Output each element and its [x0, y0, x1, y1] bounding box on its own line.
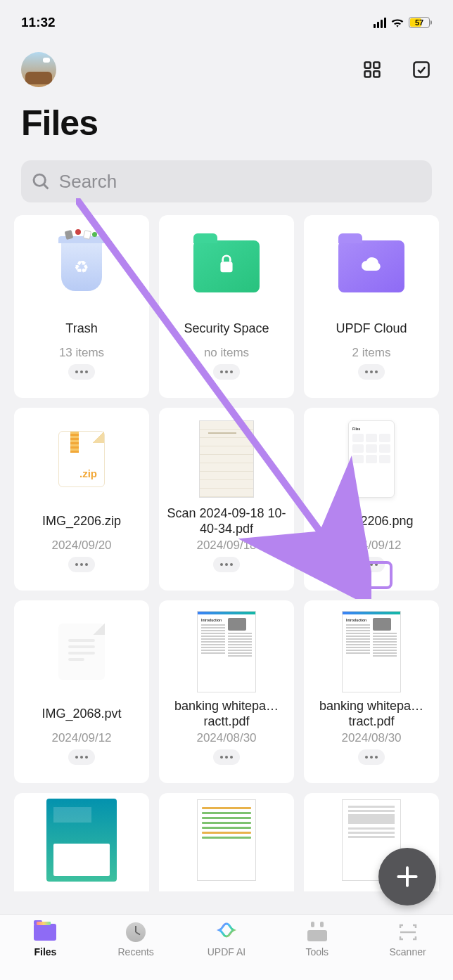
file-meta: 2024/09/12	[341, 539, 401, 553]
pdf-thumbnail: Introduction	[308, 610, 435, 693]
svg-line-6	[44, 185, 49, 189]
status-time: 11:32	[21, 15, 56, 30]
search-icon	[31, 171, 51, 192]
status-indicators: 57	[374, 17, 432, 28]
file-meta: 2024/08/30	[341, 731, 401, 745]
page-title: Files	[21, 103, 432, 143]
file-meta: 2024/09/20	[51, 539, 111, 553]
clock-icon	[124, 922, 148, 943]
file-icon	[18, 610, 145, 693]
pdf-thumbnail: Introduction	[163, 610, 290, 693]
header: Files	[0, 39, 453, 149]
svg-rect-7	[220, 262, 232, 272]
svg-rect-4	[414, 63, 429, 77]
svg-rect-2	[365, 71, 371, 77]
file-img-2068-pvt[interactable]: IMG_2068.pvt 2024/09/12	[14, 600, 149, 783]
file-meta: 13 items	[59, 346, 104, 360]
file-name: Scan 2024-09-18 10-40-34.pdf	[163, 505, 290, 537]
add-button[interactable]	[378, 848, 436, 905]
file-banking-whitepaper-2[interactable]: Introduction banking whitepa…tract.pdf 2…	[304, 600, 439, 783]
more-button[interactable]	[213, 557, 240, 572]
search-input[interactable]	[59, 171, 422, 193]
more-button[interactable]	[68, 557, 95, 572]
pdf-thumbnail	[163, 799, 290, 882]
file-name: Security Space	[181, 312, 272, 344]
search-bar[interactable]	[21, 160, 432, 202]
plus-icon	[394, 863, 421, 890]
file-name: IMG_2068.pvt	[39, 697, 124, 730]
select-mode-button[interactable]	[411, 59, 432, 80]
file-meta: 2 items	[352, 346, 391, 360]
file-meta: 2024/08/30	[196, 731, 256, 745]
nav-label: Tools	[305, 946, 328, 958]
bottom-nav: Files Recents UPDF AI Tools Scanner	[0, 914, 453, 980]
more-button[interactable]	[358, 364, 385, 380]
more-button[interactable]	[68, 749, 95, 765]
more-button[interactable]	[213, 749, 240, 765]
nav-label: Scanner	[390, 946, 426, 958]
folder-updf-cloud[interactable]: UPDF Cloud 2 items	[304, 215, 439, 398]
file-partial-1[interactable]	[14, 793, 149, 891]
pdf-thumbnail	[18, 799, 145, 882]
file-partial-2[interactable]	[159, 793, 294, 891]
more-button[interactable]	[68, 364, 95, 380]
file-name: UPDF Cloud	[333, 312, 409, 344]
file-img-2206-zip[interactable]: .zip IMG_2206.zip 2024/09/20	[14, 408, 149, 591]
folder-security-space[interactable]: Security Space no items	[159, 215, 294, 398]
file-banking-whitepaper-1[interactable]: Introduction banking whitepa…ractt.pdf 2…	[159, 600, 294, 783]
image-thumbnail	[308, 418, 435, 501]
nav-files[interactable]: Files	[17, 922, 73, 958]
more-button[interactable]	[358, 749, 385, 765]
ai-icon	[215, 922, 238, 943]
folder-icon	[163, 225, 290, 308]
nav-label: Recents	[118, 946, 154, 958]
signal-icon	[374, 18, 386, 28]
nav-label: Files	[34, 946, 56, 958]
file-name: banking whitepa…ractt.pdf	[163, 697, 290, 730]
file-meta: no items	[204, 346, 249, 360]
svg-rect-1	[374, 63, 379, 68]
file-name: banking whitepa…tract.pdf	[308, 697, 435, 730]
zip-icon: .zip	[18, 418, 145, 501]
nav-label: UPDF AI	[208, 946, 245, 958]
file-name: IMG_2206.zip	[39, 505, 124, 537]
nav-ai[interactable]: UPDF AI	[198, 922, 255, 958]
pdf-thumbnail	[163, 418, 290, 501]
status-bar: 11:32 57	[0, 0, 453, 39]
folder-icon	[308, 225, 435, 308]
tools-icon	[305, 922, 329, 943]
nav-tools[interactable]: Tools	[289, 922, 345, 958]
more-button[interactable]	[213, 364, 240, 380]
svg-point-5	[34, 174, 45, 186]
svg-rect-3	[374, 71, 379, 77]
file-name: IMG_2206.png	[326, 505, 416, 537]
wifi-icon	[390, 17, 404, 28]
trash-icon: ♻	[18, 225, 145, 308]
scanner-icon	[396, 922, 420, 943]
nav-scanner[interactable]: Scanner	[380, 922, 436, 958]
lock-icon	[217, 254, 236, 280]
file-name: Trash	[63, 312, 100, 344]
folder-trash[interactable]: ♻ Trash 13 items	[14, 215, 149, 398]
profile-avatar[interactable]	[21, 52, 56, 87]
file-scan-pdf[interactable]: Scan 2024-09-18 10-40-34.pdf 2024/09/18	[159, 408, 294, 591]
file-meta: 2024/09/12	[51, 731, 111, 745]
battery-icon: 57	[409, 17, 432, 28]
cloud-icon	[359, 254, 383, 278]
file-grid: ♻ Trash 13 items Security Space no items…	[0, 215, 453, 891]
layout-toggle-button[interactable]	[362, 59, 383, 80]
svg-rect-0	[365, 63, 371, 68]
folder-icon	[33, 922, 57, 943]
file-meta: 2024/09/18	[196, 539, 256, 553]
nav-recents[interactable]: Recents	[108, 922, 164, 958]
more-button[interactable]	[358, 557, 385, 572]
file-img-2206-png[interactable]: IMG_2206.png 2024/09/12	[304, 408, 439, 591]
